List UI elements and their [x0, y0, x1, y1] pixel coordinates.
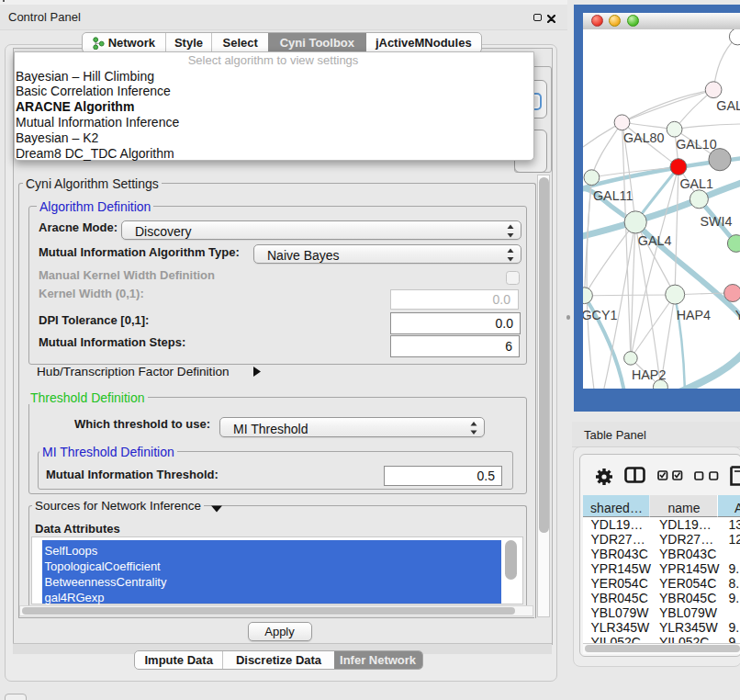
svg-text:GCY1: GCY1 [583, 308, 617, 322]
svg-text:GAL11: GAL11 [593, 188, 633, 203]
svg-text:GAL10: GAL10 [676, 137, 717, 152]
svg-text:Y: Y [735, 308, 740, 322]
svg-text:GAL1: GAL1 [679, 175, 713, 190]
svg-text:GAL80: GAL80 [623, 130, 665, 145]
svg-text:HAP4: HAP4 [677, 308, 711, 322]
svg-text:SWI4: SWI4 [701, 214, 733, 229]
svg-text:GAL4: GAL4 [638, 233, 672, 248]
svg-text:GAL7: GAL7 [716, 98, 740, 113]
svg-text:HAP2: HAP2 [632, 367, 666, 382]
